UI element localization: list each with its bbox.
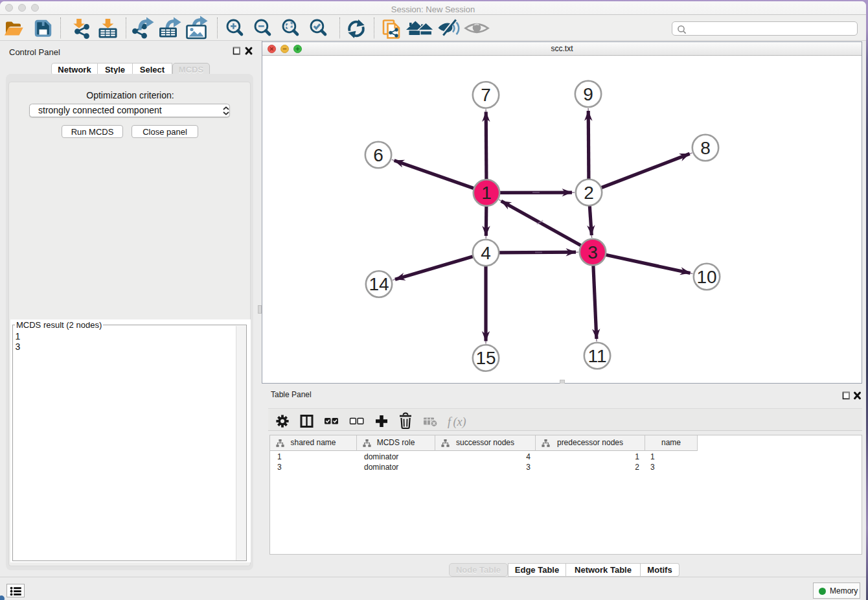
- svg-text:f (x): f (x): [448, 415, 466, 429]
- svg-text:9: 9: [583, 84, 593, 104]
- svg-text:8: 8: [700, 138, 711, 158]
- svg-text:3: 3: [588, 242, 598, 262]
- svg-text:2: 2: [584, 183, 594, 203]
- svg-text:15: 15: [475, 348, 496, 368]
- svg-text:14: 14: [369, 274, 389, 294]
- svg-text:1: 1: [481, 183, 492, 203]
- svg-text:11: 11: [588, 346, 606, 366]
- svg-text:6: 6: [373, 145, 383, 165]
- svg-text:7: 7: [481, 85, 491, 105]
- svg-text:4: 4: [481, 243, 491, 263]
- svg-text:10: 10: [696, 267, 716, 287]
